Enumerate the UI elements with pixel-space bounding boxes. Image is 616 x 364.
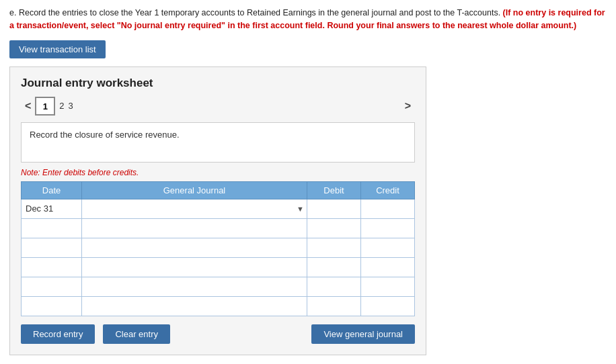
col-header-date: Date [22,181,82,199]
debit-cell-2[interactable] [307,238,361,257]
date-cell-2 [22,238,82,257]
table-row [22,296,415,316]
journal-input-3[interactable] [82,258,307,277]
date-cell-0: Dec 31 [22,199,82,218]
credit-input-0[interactable] [361,199,414,218]
record-entry-button[interactable]: Record entry [21,324,95,344]
credit-input-1[interactable] [361,219,414,238]
tab-1[interactable]: 1 [35,97,55,116]
tab-2[interactable]: 2 [59,101,64,111]
credit-cell-5[interactable] [361,296,415,316]
worksheet-container: Journal entry worksheet < 1 2 3 > Record… [9,66,426,355]
instruction-main: Record the entries to close the Year 1 t… [19,8,503,17]
debit-cell-4[interactable] [307,277,361,296]
tab-navigation: < 1 2 3 > [21,97,415,116]
credit-cell-3[interactable] [361,257,415,277]
journal-cell-4[interactable] [82,277,307,296]
table-row [22,257,415,277]
debit-input-5[interactable] [307,297,360,316]
button-row: Record entry Clear entry View general jo… [21,324,415,344]
credit-cell-0[interactable] [361,199,415,218]
credit-input-2[interactable] [361,238,414,257]
table-row: Dec 31▼ [22,199,415,218]
description-text: Record the closure of service revenue. [30,130,180,140]
credit-input-5[interactable] [361,297,414,316]
debit-input-0[interactable] [307,199,360,218]
journal-cell-3[interactable] [82,257,307,277]
table-row [22,218,415,238]
date-cell-1 [22,218,82,238]
description-box: Record the closure of service revenue. [21,122,415,163]
debit-input-3[interactable] [307,258,360,277]
debit-input-1[interactable] [307,219,360,238]
table-row [22,238,415,257]
journal-input-5[interactable] [82,297,307,316]
credit-cell-4[interactable] [361,277,415,296]
tab-next-arrow[interactable]: > [401,99,415,113]
date-cell-3 [22,257,82,277]
journal-cell-2[interactable] [82,238,307,257]
journal-input-4[interactable] [82,277,307,296]
journal-cell-5[interactable] [82,296,307,316]
credit-cell-2[interactable] [361,238,415,257]
dropdown-arrow-0[interactable]: ▼ [294,205,307,213]
debit-cell-5[interactable] [307,296,361,316]
col-header-debit: Debit [307,181,361,199]
tab-prev-arrow[interactable]: < [21,99,35,113]
date-cell-5 [22,296,82,316]
journal-input-0[interactable] [82,199,294,218]
instruction-text: e. Record the entries to close the Year … [9,7,607,32]
credit-cell-1[interactable] [361,218,415,238]
credit-input-4[interactable] [361,277,414,296]
debit-cell-0[interactable] [307,199,361,218]
view-transaction-button[interactable]: View transaction list [9,40,106,58]
journal-table: Date General Journal Debit Credit Dec 31… [21,181,415,316]
debit-cell-3[interactable] [307,257,361,277]
view-general-journal-button[interactable]: View general journal [311,324,415,344]
note-text: Note: Enter debits before credits. [21,168,415,177]
debit-input-2[interactable] [307,238,360,257]
journal-input-2[interactable] [82,238,307,257]
tab-3[interactable]: 3 [69,101,73,111]
instruction-prefix: e. [9,8,16,17]
debit-cell-1[interactable] [307,218,361,238]
table-row [22,277,415,296]
credit-input-3[interactable] [361,258,414,277]
col-header-journal: General Journal [82,181,307,199]
journal-input-1[interactable] [82,219,307,238]
col-header-credit: Credit [361,181,415,199]
journal-cell-1[interactable] [82,218,307,238]
worksheet-title: Journal entry worksheet [21,77,415,90]
clear-entry-button[interactable]: Clear entry [103,324,170,344]
date-cell-4 [22,277,82,296]
journal-cell-0[interactable]: ▼ [82,199,307,218]
debit-input-4[interactable] [307,277,360,296]
